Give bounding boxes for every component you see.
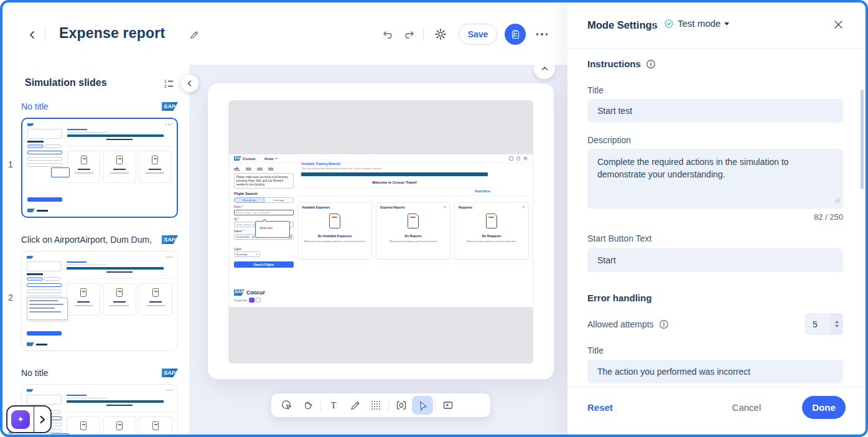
redo-icon bbox=[404, 29, 416, 40]
allowed-attempts-label: Allowed attempts bbox=[587, 319, 669, 329]
gear-icon bbox=[434, 28, 447, 40]
text-tool[interactable]: T bbox=[323, 396, 344, 415]
slide-head: No title SAP bbox=[21, 367, 178, 378]
settings-button[interactable] bbox=[433, 27, 448, 42]
thumb-popup bbox=[51, 167, 70, 177]
sap-logo: SAP bbox=[234, 156, 241, 161]
panel-scrollbar-thumb[interactable] bbox=[861, 90, 864, 189]
captured-screenshot: SAP Concur Home ? K bbox=[228, 100, 533, 364]
thumb-browser-bar bbox=[27, 255, 172, 259]
sap-logo: SAP bbox=[162, 235, 178, 244]
sparkle-icon: ✦ bbox=[17, 415, 24, 424]
header-divider-2 bbox=[423, 27, 424, 41]
cabin-label: Cabin bbox=[234, 248, 294, 251]
pencil-icon bbox=[189, 30, 199, 40]
number-stepper[interactable] bbox=[831, 313, 843, 335]
training-description: This link will provide information to ut… bbox=[301, 167, 382, 170]
card-hint: When you have requests, you'll see them … bbox=[459, 240, 525, 243]
draw-tool[interactable] bbox=[344, 396, 365, 415]
click-action-tool[interactable] bbox=[276, 396, 297, 415]
chevron-right-icon bbox=[38, 415, 47, 424]
blur-tool[interactable] bbox=[365, 396, 386, 415]
welcome-title: Welcome to Concur Travel! bbox=[297, 181, 492, 184]
panel-footer: Reset Cancel Done bbox=[567, 387, 866, 435]
cursor-arrow-icon bbox=[417, 400, 429, 411]
description-input[interactable]: Complete the required actions in the sim… bbox=[587, 149, 843, 209]
card-title: Requests bbox=[459, 206, 472, 209]
panel-header: Mode Settings Test mode bbox=[567, 2, 866, 49]
drag-action-tool[interactable] bbox=[297, 396, 319, 415]
trip-type-toggle: Round trip One way bbox=[234, 197, 294, 203]
error-title-input[interactable]: The action you performed was incorrect bbox=[587, 360, 843, 383]
cabin-value: Economy bbox=[236, 253, 248, 256]
progress-bar bbox=[301, 172, 488, 176]
title-label: Title bbox=[587, 85, 604, 95]
allowed-attempts-label-text: Allowed attempts bbox=[587, 319, 654, 329]
chevron-right-icon: › bbox=[256, 298, 261, 303]
chevron-down-icon bbox=[724, 22, 729, 26]
edit-title-button[interactable] bbox=[187, 28, 200, 42]
save-button[interactable]: Save bbox=[459, 24, 497, 45]
select-tool[interactable] bbox=[412, 396, 433, 415]
concur-main-content: Available Training Material This link wi… bbox=[297, 160, 529, 260]
concur-brand: Concur bbox=[246, 289, 265, 296]
banner-divider bbox=[301, 187, 494, 188]
from-label: From * bbox=[234, 205, 294, 209]
document-icon bbox=[329, 214, 340, 228]
thumb-popup bbox=[50, 433, 69, 435]
card-hint: When you have reports, you'll see them h… bbox=[380, 240, 446, 243]
char-counter: 82 / 250 bbox=[814, 212, 843, 222]
checklist-button[interactable] bbox=[505, 24, 526, 45]
concur-footer: SAP Concur Travel Polic › bbox=[234, 289, 265, 303]
resize-handle[interactable] bbox=[834, 194, 840, 206]
header-divider bbox=[45, 27, 45, 41]
more-menu-button[interactable] bbox=[534, 30, 549, 39]
ellipsis-icon bbox=[536, 33, 548, 35]
slide-item: No title SAP 1 bbox=[21, 101, 178, 218]
read-more-link: Read More bbox=[475, 190, 490, 193]
mode-selector[interactable]: Test mode bbox=[664, 18, 729, 29]
reset-button[interactable]: Reset bbox=[587, 402, 613, 413]
close-screen-tool[interactable] bbox=[437, 396, 459, 415]
collapse-sidebar-button[interactable] bbox=[181, 75, 198, 92]
title-input[interactable]: Start test bbox=[587, 99, 843, 123]
available-expenses-card: Available Expenses No Available Expenses… bbox=[297, 202, 372, 260]
widget-expand-button[interactable] bbox=[34, 415, 50, 424]
search-flights-button: Search Flights bbox=[234, 261, 294, 268]
assistant-chat-button[interactable]: ✦ bbox=[11, 410, 30, 429]
expense-reports-card: Expense Reports + No Reports When you ha… bbox=[376, 202, 450, 260]
info-icon[interactable] bbox=[659, 319, 669, 329]
info-icon[interactable] bbox=[646, 59, 656, 69]
slide-canvas-card[interactable]: SAP Concur Home ? K bbox=[208, 83, 554, 379]
cancel-button[interactable]: Cancel bbox=[732, 402, 761, 413]
allowed-attempts-input[interactable]: 5 bbox=[805, 313, 843, 335]
sap-logo: SAP bbox=[162, 369, 178, 377]
start-button-text-input[interactable]: Start bbox=[587, 248, 843, 272]
slide-list-button[interactable]: 1 2 bbox=[161, 76, 177, 91]
nav-home: Home bbox=[264, 157, 273, 161]
editor-canvas: SAP Concur Home ? K bbox=[189, 65, 567, 435]
sidebar-title: Simulation slides bbox=[25, 77, 107, 88]
slide-thumbnail[interactable] bbox=[21, 118, 178, 218]
card-title: Available Expenses bbox=[302, 206, 330, 209]
capture-region-tool[interactable] bbox=[391, 396, 412, 415]
monitor-x-icon bbox=[442, 399, 454, 411]
slide-thumbnail[interactable] bbox=[21, 251, 178, 351]
allowed-attempts-value: 5 bbox=[813, 319, 818, 329]
enter-text-tooltip[interactable]: Enter text bbox=[255, 221, 290, 238]
card-hint: When you have available expenses, you'll… bbox=[302, 240, 368, 243]
document-icon bbox=[486, 214, 497, 228]
undo-button[interactable] bbox=[380, 27, 394, 41]
thumb-content bbox=[67, 395, 172, 435]
step-down-icon[interactable] bbox=[835, 325, 839, 327]
redo-button[interactable] bbox=[402, 27, 417, 41]
slide-label: No title bbox=[21, 368, 49, 378]
panel-title: Mode Settings bbox=[587, 19, 658, 31]
close-panel-button[interactable] bbox=[832, 19, 844, 32]
assistant-widget: ✦ bbox=[6, 405, 52, 433]
back-button[interactable] bbox=[25, 27, 40, 42]
widget-chip-icon bbox=[249, 298, 254, 303]
instructions-heading: Instructions bbox=[587, 59, 656, 69]
done-button[interactable]: Done bbox=[802, 396, 846, 419]
step-up-icon[interactable] bbox=[835, 321, 839, 323]
